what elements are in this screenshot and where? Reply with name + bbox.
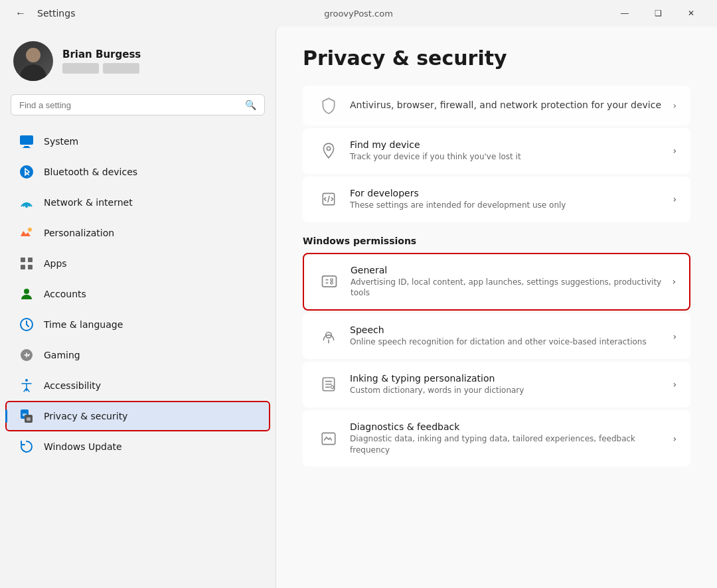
svg-rect-2 <box>23 147 31 148</box>
find-device-title: Find my device <box>350 139 666 150</box>
personalization-icon <box>19 225 35 241</box>
svg-rect-21 <box>323 276 337 287</box>
antivirus-text: Antivirus, browser, firewall, and networ… <box>350 100 666 111</box>
sidebar-item-privacy[interactable]: Privacy & security <box>5 401 270 431</box>
user-badges <box>62 63 262 74</box>
setting-card-inking[interactable]: Inking & typing personalization Custom d… <box>303 362 690 407</box>
svg-point-14 <box>28 355 29 356</box>
maximize-button[interactable]: ❑ <box>643 3 673 23</box>
sidebar-item-gaming-label: Gaming <box>44 350 80 360</box>
general-text: General Advertising ID, local content, a… <box>351 265 665 299</box>
gaming-icon <box>19 347 35 363</box>
sidebar-item-privacy-label: Privacy & security <box>44 411 127 421</box>
accessibility-icon <box>19 378 35 394</box>
speech-icon <box>317 328 341 345</box>
svg-point-10 <box>24 289 29 294</box>
svg-point-26 <box>331 386 333 389</box>
search-container: 🔍 <box>0 94 276 126</box>
sidebar-item-personalization-label: Personalization <box>44 228 114 238</box>
svg-point-4 <box>25 205 28 208</box>
user-info: Brian Burgess <box>62 48 262 74</box>
sidebar-item-system[interactable]: System <box>5 126 270 157</box>
window-controls: — ❑ ✕ <box>609 3 706 23</box>
sidebar-item-accessibility[interactable]: Accessibility <box>5 370 270 401</box>
inking-title: Inking & typing personalization <box>350 373 666 384</box>
title-bar: ← Settings groovyPost.com — ❑ ✕ <box>0 0 717 27</box>
svg-point-3 <box>20 165 33 179</box>
developers-title: For developers <box>350 188 666 198</box>
sidebar-item-update[interactable]: Windows Update <box>5 431 270 462</box>
setting-card-general[interactable]: General Advertising ID, local content, a… <box>303 253 690 311</box>
sidebar-item-network[interactable]: Network & internet <box>5 187 270 218</box>
sidebar-item-apps[interactable]: Apps <box>5 248 270 279</box>
sidebar-item-bluetooth-label: Bluetooth & devices <box>44 167 137 177</box>
accounts-icon <box>19 286 35 302</box>
sidebar: Brian Burgess 🔍 <box>0 27 276 588</box>
search-box[interactable]: 🔍 <box>11 94 265 115</box>
antivirus-icon <box>317 97 341 114</box>
general-icon <box>317 272 341 291</box>
inking-desc: Custom dictionary, words in your diction… <box>350 385 666 396</box>
svg-point-5 <box>28 228 32 232</box>
user-profile[interactable]: Brian Burgess <box>0 33 276 94</box>
sidebar-item-update-label: Windows Update <box>44 441 122 452</box>
sidebar-item-accounts[interactable]: Accounts <box>5 279 270 309</box>
setting-card-speech[interactable]: Speech Online speech recognition for dic… <box>303 313 690 359</box>
svg-rect-8 <box>21 265 25 269</box>
back-button[interactable]: ← <box>11 3 31 23</box>
avatar <box>13 41 53 81</box>
general-chevron: › <box>672 276 676 287</box>
speech-title: Speech <box>350 325 666 335</box>
svg-rect-1 <box>24 146 29 147</box>
speech-desc: Online speech recognition for dictation … <box>350 336 666 348</box>
sidebar-item-accounts-label: Accounts <box>44 289 86 299</box>
setting-card-find-device[interactable]: Find my device Track your device if you … <box>303 128 690 174</box>
setting-card-diagnostics[interactable]: Diagnostics & feedback Diagnostic data, … <box>303 410 690 467</box>
sidebar-item-time[interactable]: Time & language <box>5 309 270 340</box>
sidebar-item-personalization[interactable]: Personalization <box>5 218 270 248</box>
svg-point-23 <box>331 282 333 285</box>
avatar-head <box>26 48 40 62</box>
developers-chevron: › <box>673 194 677 204</box>
setting-card-developers[interactable]: For developers These settings are intend… <box>303 177 690 222</box>
sidebar-item-network-label: Network & internet <box>44 197 133 208</box>
svg-rect-7 <box>28 257 33 262</box>
close-button[interactable]: ✕ <box>676 3 706 23</box>
svg-rect-0 <box>20 135 33 145</box>
system-icon <box>19 133 35 149</box>
setting-card-antivirus[interactable]: Antivirus, browser, firewall, and networ… <box>303 86 690 125</box>
user-name: Brian Burgess <box>62 48 262 60</box>
antivirus-title: Antivirus, browser, firewall, and networ… <box>350 100 666 110</box>
title-bar-left: ← Settings <box>11 3 75 23</box>
main-content: Privacy & security Antivirus, browser, f… <box>276 27 717 588</box>
search-icon: 🔍 <box>245 100 256 110</box>
find-device-chevron: › <box>673 145 677 156</box>
svg-point-13 <box>29 354 30 355</box>
update-icon <box>19 439 35 455</box>
find-device-desc: Track your device if you think you've lo… <box>350 151 666 163</box>
site-url: groovyPost.com <box>324 9 393 19</box>
sidebar-item-gaming[interactable]: Gaming <box>5 340 270 370</box>
time-icon <box>19 317 35 332</box>
inking-icon <box>317 376 341 393</box>
sidebar-item-apps-label: Apps <box>44 258 67 269</box>
search-input[interactable] <box>19 100 240 110</box>
page-title: Privacy & security <box>303 46 690 70</box>
avatar-body <box>20 64 46 81</box>
find-device-text: Find my device Track your device if you … <box>350 139 666 163</box>
apps-icon <box>19 256 35 271</box>
sidebar-nav: System Bluetooth & devices <box>0 126 276 462</box>
svg-point-15 <box>25 379 28 382</box>
app-container: Brian Burgess 🔍 <box>0 27 717 588</box>
general-desc: Advertising ID, local content, app launc… <box>351 277 665 299</box>
developers-text: For developers These settings are intend… <box>350 188 666 211</box>
antivirus-chevron: › <box>673 100 677 111</box>
developers-icon <box>317 190 341 208</box>
windows-permissions-heading: Windows permissions <box>303 236 690 246</box>
minimize-button[interactable]: — <box>609 3 640 23</box>
sidebar-item-bluetooth[interactable]: Bluetooth & devices <box>5 157 270 187</box>
svg-rect-6 <box>21 257 25 262</box>
app-title: Settings <box>37 8 75 19</box>
speech-text: Speech Online speech recognition for dic… <box>350 325 666 348</box>
user-badge-1 <box>62 63 99 74</box>
